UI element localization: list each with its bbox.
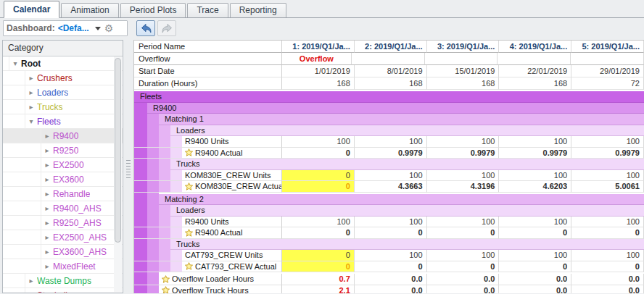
- tree-scrollbar[interactable]: [114, 56, 122, 292]
- value-cell[interactable]: 168: [355, 77, 427, 90]
- tree-item-root[interactable]: ▾Root: [3, 56, 123, 71]
- value-cell[interactable]: 168: [499, 77, 571, 90]
- value-cell[interactable]: 100: [499, 136, 571, 148]
- chevron-collapsed-icon[interactable]: ▸: [41, 146, 53, 154]
- tree-item-ex2500[interactable]: ▸EX2500: [3, 158, 123, 172]
- chevron-collapsed-icon[interactable]: ▸: [41, 161, 53, 169]
- value-cell[interactable]: [425, 53, 498, 65]
- group-banner-trucks-banner-m1[interactable]: Trucks: [170, 159, 644, 170]
- tree-item-rehandle[interactable]: ▸Rehandle: [3, 187, 123, 201]
- tree-item-r9250-ahs[interactable]: ▸R9250_AHS: [3, 216, 123, 230]
- value-cell[interactable]: 0.7: [282, 274, 355, 285]
- tree-item-waste-dumps[interactable]: ▸Waste Dumps: [3, 274, 123, 288]
- value-cell[interactable]: 0.9979: [427, 148, 500, 159]
- value-cell[interactable]: 100: [355, 170, 427, 182]
- value-cell[interactable]: 0.9979: [355, 148, 427, 159]
- value-cell[interactable]: 100: [427, 136, 500, 148]
- chevron-down-icon[interactable]: [95, 27, 101, 30]
- value-cell[interactable]: [571, 53, 644, 65]
- value-cell[interactable]: 100: [427, 170, 500, 182]
- splitter-grip-icon[interactable]: [126, 160, 131, 179]
- value-cell[interactable]: 0: [427, 227, 500, 239]
- value-cell[interactable]: [498, 53, 571, 65]
- chevron-collapsed-icon[interactable]: ▸: [41, 190, 53, 198]
- value-cell[interactable]: 4.6203: [499, 181, 571, 193]
- value-cell[interactable]: 0.0: [571, 274, 644, 285]
- value-cell[interactable]: 0: [282, 170, 355, 182]
- chevron-collapsed-icon[interactable]: ▸: [25, 277, 37, 285]
- value-cell[interactable]: 100: [571, 170, 644, 182]
- value-cell[interactable]: 100: [427, 250, 500, 261]
- value-cell[interactable]: 4.3663: [355, 181, 427, 193]
- value-cell[interactable]: 0: [355, 227, 427, 239]
- value-cell[interactable]: 15/01/2019: [427, 65, 500, 77]
- value-cell[interactable]: 100: [355, 250, 427, 261]
- tree-item-r9250[interactable]: ▸R9250: [3, 143, 123, 158]
- period-column-header[interactable]: 3: 2019/Q1/Ja...: [427, 41, 500, 53]
- value-cell[interactable]: 8/01/2019: [355, 65, 427, 77]
- value-cell[interactable]: 1/01/2019: [282, 65, 355, 77]
- value-cell[interactable]: 168: [282, 77, 355, 90]
- tree-item-stockpiles[interactable]: ▸Stockpiles: [3, 288, 123, 293]
- chevron-collapsed-icon[interactable]: ▸: [41, 248, 53, 256]
- dashboard-selector[interactable]: Dashboard: <Defa... ⚙: [3, 20, 128, 36]
- value-cell[interactable]: 100: [355, 217, 427, 228]
- value-cell[interactable]: 0: [282, 148, 355, 159]
- tree-item-r9400-ahs[interactable]: ▸R9400_AHS: [3, 201, 123, 216]
- value-cell[interactable]: 0: [282, 227, 355, 239]
- group-banner-matching-2-banner[interactable]: Matching 2: [159, 194, 644, 206]
- chevron-collapsed-icon[interactable]: ▸: [25, 88, 37, 96]
- value-cell[interactable]: [352, 53, 425, 65]
- chevron-expanded-icon[interactable]: ▾: [9, 59, 21, 67]
- value-cell[interactable]: 0: [427, 261, 500, 273]
- tree-item-crushers[interactable]: ▸Crushers: [3, 71, 123, 85]
- value-cell[interactable]: 100: [282, 136, 355, 148]
- undo-button[interactable]: [136, 20, 155, 36]
- chevron-collapsed-icon[interactable]: ▸: [41, 233, 53, 241]
- value-cell[interactable]: 0: [282, 261, 355, 273]
- chevron-expanded-icon[interactable]: ▾: [25, 117, 37, 125]
- tab-animation[interactable]: Animation: [61, 3, 118, 17]
- value-cell[interactable]: 100: [571, 136, 644, 148]
- chevron-collapsed-icon[interactable]: ▸: [41, 132, 53, 140]
- value-cell[interactable]: 100: [571, 250, 644, 261]
- tree-item-ex3600-ahs[interactable]: ▸EX3600_AHS: [3, 245, 123, 259]
- chevron-collapsed-icon[interactable]: ▸: [41, 262, 53, 270]
- tree-scrollbar-thumb[interactable]: [115, 58, 121, 243]
- gear-icon[interactable]: ⚙: [104, 23, 114, 33]
- value-cell[interactable]: 100: [499, 250, 571, 261]
- value-cell[interactable]: 0: [499, 261, 571, 273]
- value-cell[interactable]: 72: [571, 77, 644, 90]
- value-cell[interactable]: 100: [282, 217, 355, 228]
- value-cell[interactable]: 5.0061: [571, 181, 644, 193]
- group-banner-fleets-banner[interactable]: Fleets: [134, 91, 644, 103]
- value-cell[interactable]: 0.0: [571, 285, 644, 294]
- value-cell[interactable]: 0.9979: [571, 148, 644, 159]
- value-cell[interactable]: 0: [355, 261, 427, 273]
- chevron-collapsed-icon[interactable]: ▸: [25, 103, 37, 111]
- value-cell[interactable]: 0.0: [499, 274, 571, 285]
- value-cell[interactable]: 0: [571, 227, 644, 239]
- tab-trace[interactable]: Trace: [187, 3, 228, 17]
- tree-item-mixedfleet[interactable]: ▸MixedFleet: [3, 259, 123, 274]
- tree-item-ex3600[interactable]: ▸EX3600: [3, 172, 123, 187]
- value-cell[interactable]: 0.9979: [499, 148, 571, 159]
- redo-button[interactable]: [157, 20, 176, 36]
- group-banner-matching-1-banner[interactable]: Matching 1: [159, 114, 644, 125]
- period-column-header[interactable]: 2: 2019/Q1/Ja...: [355, 41, 427, 53]
- chevron-collapsed-icon[interactable]: ▸: [41, 175, 53, 183]
- group-banner-loaders-banner-m2[interactable]: Loaders: [170, 205, 644, 217]
- tree-item-r9400[interactable]: ▸R9400: [3, 129, 123, 143]
- value-cell[interactable]: 29/01/2019: [571, 65, 644, 77]
- tree-item-loaders[interactable]: ▸Loaders: [3, 85, 123, 100]
- value-cell[interactable]: 2.1: [282, 285, 355, 294]
- value-cell[interactable]: 0.0: [355, 285, 427, 294]
- value-cell[interactable]: Overflow: [282, 53, 352, 65]
- tree-item-fleets[interactable]: ▾Fleets: [3, 114, 123, 129]
- value-cell[interactable]: 100: [427, 217, 500, 228]
- chevron-collapsed-icon[interactable]: ▸: [41, 219, 53, 227]
- panel-splitter[interactable]: [123, 38, 133, 293]
- tab-calendar[interactable]: Calendar: [4, 1, 59, 18]
- value-cell[interactable]: 0.0: [499, 285, 571, 294]
- value-cell[interactable]: 0: [571, 261, 644, 273]
